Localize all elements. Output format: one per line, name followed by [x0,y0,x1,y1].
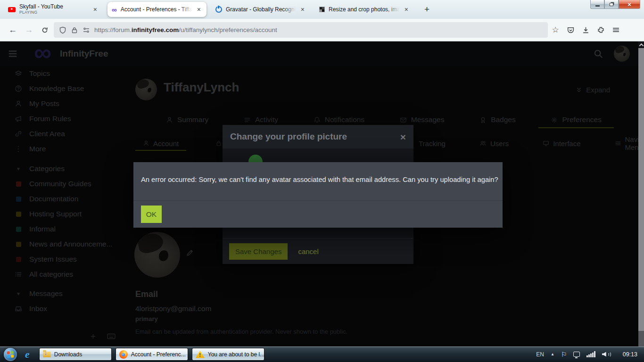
url-domain: infinityfree.com [132,26,179,33]
tab-playing-badge: PLAYING [19,10,88,15]
hamburger-icon [612,26,620,34]
browser-chrome: Skyfall - YouTube PLAYING × ∞ Account - … [0,0,644,41]
extensions-button[interactable] [593,23,608,38]
downloads-button[interactable] [578,23,593,38]
close-icon: × [627,1,631,8]
modal-header: Change your profile picture × [223,125,413,148]
screen: Skyfall - YouTube PLAYING × ∞ Account - … [0,0,644,362]
tab-youtube[interactable]: Skyfall - YouTube PLAYING × [4,2,103,17]
modal-title: Change your profile picture [230,132,347,142]
reload-icon [41,26,49,34]
start-button[interactable] [4,348,17,361]
url-text: https://forum.infinityfree.com/u/tiffany… [94,26,277,33]
shield-icon [59,26,66,34]
bookmark-star-icon[interactable]: ☆ [548,23,563,38]
restore-icon [610,3,613,6]
tab-forum-active[interactable]: ∞ Account - Preferences - Tiffany × [107,2,206,17]
language-indicator[interactable]: EN [536,351,544,358]
signal-bars-icon[interactable] [586,351,595,357]
window-controls: × [590,0,640,9]
save-changes-button[interactable]: Save Changes [229,243,288,260]
taskbar-clock[interactable]: 09:13 [623,351,637,358]
network-display-icon[interactable] [573,352,580,357]
gravatar-favicon [215,6,222,13]
restore-button[interactable] [604,0,619,9]
infinityfree-favicon: ∞ [112,6,117,13]
tab-title: Gravatar - Globally Recognized [226,6,296,13]
reload-button[interactable] [37,23,53,38]
system-tray: EN ▲ ⚐ 09:13 [536,351,644,358]
show-hidden-icons[interactable]: ▲ [551,352,554,356]
minimize-icon [595,5,600,7]
modal-close-icon[interactable]: × [400,132,406,142]
permissions-icon [83,26,90,34]
downloads-folder-icon: ↓ [43,352,51,357]
volume-icon[interactable] [602,351,611,358]
photo-favicon [319,7,325,12]
app-menu-button[interactable] [608,23,623,38]
windows-logo-icon [7,351,14,358]
nav-toolbar: ← → https://forum.infinityfree.com/u/tif… [0,19,644,41]
puzzle-icon [597,26,605,34]
cancel-link[interactable]: cancel [298,247,318,255]
tab-close-icon[interactable]: × [299,6,306,13]
back-button[interactable]: ← [5,23,21,38]
warning-triangle-icon: ! [196,351,205,358]
close-window-button[interactable]: × [619,0,640,9]
page-scrollbar[interactable] [638,41,644,346]
modal-footer: Save Changes cancel [223,238,413,264]
url-bar[interactable]: https://forum.infinityfree.com/u/tiffany… [54,22,548,38]
tab-gravatar[interactable]: Gravatar - Globally Recognized × [211,2,310,17]
tab-close-icon[interactable]: × [196,6,202,13]
pocket-icon [567,26,575,34]
tab-strip: Skyfall - YouTube PLAYING × ∞ Account - … [0,0,644,19]
tab-title: Account - Preferences - Tiffany [121,6,192,13]
taskbar-button-downloads[interactable]: ↓ Downloads [39,348,112,361]
lock-icon [71,26,78,34]
scrollbar-up-arrow[interactable] [638,41,644,48]
download-arrow-icon: ↓ [44,350,47,356]
forward-button[interactable]: → [21,23,37,38]
download-icon [582,26,590,34]
taskbar-button-warning[interactable]: ! You are about to be l... [192,348,264,361]
error-dialog-footer: OK [133,200,503,228]
tab-resize-photos[interactable]: Resize and crop photos, images × [315,2,414,17]
scrollbar-thumb[interactable] [638,48,644,331]
tab-close-icon[interactable]: × [403,6,410,13]
youtube-icon [8,7,16,12]
error-dialog: An error occurred: Sorry, we can't find … [133,162,503,228]
tab-title: Resize and crop photos, images [329,6,399,13]
page-viewport: ∞ InfinityFree Topics Knowledge Base [0,41,644,346]
new-tab-button[interactable]: + [421,4,432,15]
pocket-button[interactable] [563,23,578,38]
tab-close-icon[interactable]: × [92,6,99,13]
firefox-icon [119,350,128,359]
ok-button[interactable]: OK [141,206,162,223]
action-center-flag-icon[interactable]: ⚐ [561,351,567,358]
taskbar-button-firefox[interactable]: Account - Preferenc... [116,348,188,361]
internet-explorer-icon[interactable]: e [25,348,30,361]
windows-taskbar: e ↓ Downloads Account - Preferenc... ! Y… [0,346,644,362]
minimize-button[interactable] [590,0,604,9]
error-message: An error occurred: Sorry, we can't find … [133,162,503,183]
tab-title: Skyfall - YouTube [19,4,88,10]
